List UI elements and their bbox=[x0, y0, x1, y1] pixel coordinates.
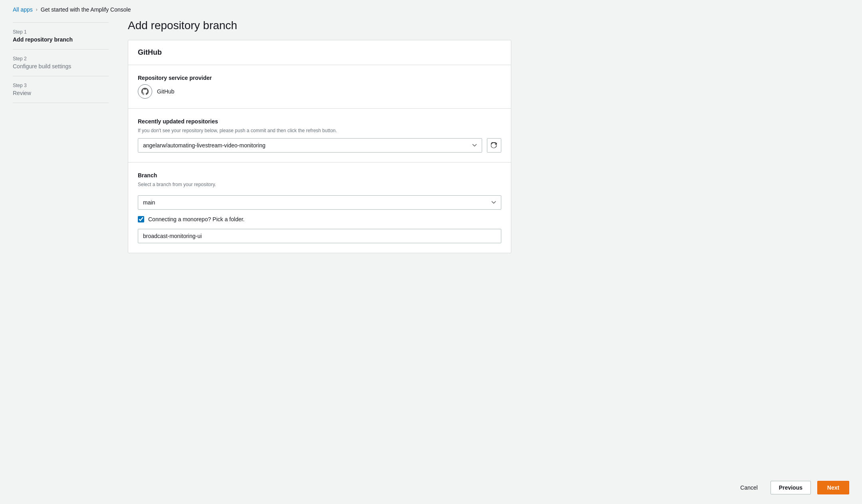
monorepo-checkbox[interactable] bbox=[138, 216, 144, 222]
step-2-title: Configure build settings bbox=[13, 63, 109, 69]
step-1-title: Add repository branch bbox=[13, 36, 109, 43]
folder-input[interactable] bbox=[138, 229, 501, 243]
main-card: GitHub Repository service provider GitHu… bbox=[128, 40, 511, 253]
branch-hint: Select a branch from your repository. bbox=[138, 182, 501, 187]
breadcrumb-all-apps-link[interactable]: All apps bbox=[13, 6, 33, 13]
breadcrumb-separator: › bbox=[36, 7, 38, 12]
breadcrumb-current: Get started with the Amplify Console bbox=[41, 6, 131, 13]
step-3: Step 3 Review bbox=[13, 76, 109, 103]
refresh-icon bbox=[491, 142, 497, 149]
step-3-title: Review bbox=[13, 90, 109, 96]
monorepo-checkbox-row: Connecting a monorepo? Pick a folder. bbox=[138, 216, 501, 222]
sidebar: Step 1 Add repository branch Step 2 Conf… bbox=[13, 19, 109, 458]
page-wrapper: All apps › Get started with the Amplify … bbox=[0, 0, 862, 504]
repository-hint: If you don't see your repository below, … bbox=[138, 128, 501, 133]
branch-label: Branch bbox=[138, 172, 501, 179]
branch-section: Branch Select a branch from your reposit… bbox=[128, 163, 511, 253]
github-icon bbox=[138, 84, 152, 99]
step-1: Step 1 Add repository branch bbox=[13, 22, 109, 50]
repository-select[interactable]: angelarw/automating-livestream-video-mon… bbox=[138, 138, 482, 153]
repository-label: Recently updated repositories bbox=[138, 118, 501, 125]
main-layout: Step 1 Add repository branch Step 2 Conf… bbox=[0, 19, 862, 471]
provider-name: GitHub bbox=[157, 88, 175, 95]
page-title: Add repository branch bbox=[128, 19, 511, 32]
previous-button[interactable]: Previous bbox=[771, 481, 811, 494]
github-svg bbox=[141, 87, 149, 96]
cancel-button[interactable]: Cancel bbox=[734, 481, 764, 494]
monorepo-label[interactable]: Connecting a monorepo? Pick a folder. bbox=[148, 216, 244, 222]
step-2-number: Step 2 bbox=[13, 56, 109, 62]
footer-bar: Cancel Previous Next bbox=[0, 471, 862, 504]
repository-section: Recently updated repositories If you don… bbox=[128, 109, 511, 163]
refresh-button[interactable] bbox=[487, 138, 501, 153]
provider-label: Repository service provider bbox=[138, 75, 501, 81]
branch-select[interactable]: main bbox=[138, 195, 501, 210]
next-button[interactable]: Next bbox=[817, 481, 849, 494]
repository-select-row: angelarw/automating-livestream-video-mon… bbox=[138, 138, 501, 153]
card-header: GitHub bbox=[128, 40, 511, 65]
card-header-title: GitHub bbox=[138, 48, 162, 56]
content-area: Add repository branch GitHub Repository … bbox=[128, 19, 511, 458]
provider-section: Repository service provider GitHub bbox=[128, 65, 511, 109]
step-2: Step 2 Configure build settings bbox=[13, 50, 109, 76]
step-1-number: Step 1 bbox=[13, 29, 109, 35]
provider-display: GitHub bbox=[138, 84, 501, 99]
step-3-number: Step 3 bbox=[13, 83, 109, 88]
breadcrumb: All apps › Get started with the Amplify … bbox=[0, 0, 862, 19]
